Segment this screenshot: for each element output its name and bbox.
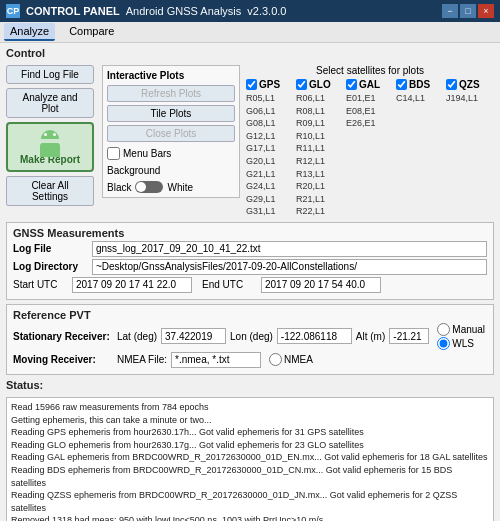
gal-column: GAL E01,E1 E08,E1 E26,E1 [346, 79, 394, 218]
list-item: R10,L1 [296, 130, 344, 143]
lon-input[interactable] [277, 328, 352, 344]
bds-label: BDS [409, 79, 430, 90]
list-item: G31,L1 [246, 205, 294, 218]
stationary-row: Stationary Receiver: Lat (deg) Lon (deg)… [13, 323, 487, 350]
find-log-file-button[interactable]: Find Log File [6, 65, 94, 84]
tile-plots-button[interactable]: Tile Plots [107, 105, 235, 122]
white-label: White [167, 182, 193, 193]
status-msg-5: Reading GAL ephemeris from BRDC00WRD_R_2… [11, 451, 489, 464]
log-file-row: Log File [13, 241, 487, 257]
menu-compare[interactable]: Compare [63, 23, 120, 41]
background-label: Background [107, 165, 235, 176]
plot-buttons: Refresh Plots Tile Plots Close Plots Men… [107, 85, 235, 193]
gps-header: GPS [246, 79, 294, 90]
panel-title: CONTROL PANEL [26, 5, 120, 17]
list-item: G29,L1 [246, 193, 294, 206]
nmea-file-input[interactable] [171, 352, 261, 368]
gnss-section-label: GNSS Measurements [13, 227, 487, 239]
qzs-checkbox[interactable] [446, 79, 457, 90]
title-bar-left: CP CONTROL PANEL Android GNSS Analysis v… [6, 4, 286, 18]
close-button[interactable]: × [478, 4, 494, 18]
list-item: G21,L1 [246, 168, 294, 181]
list-item: E01,E1 [346, 92, 394, 105]
status-msg-1: Read 15966 raw measurements from 784 epo… [11, 401, 489, 414]
wls-radio-label: WLS [452, 338, 474, 349]
menu-analyze[interactable]: Analyze [4, 23, 55, 41]
log-dir-input[interactable] [92, 259, 487, 275]
menu-bar: Analyze Compare [0, 22, 500, 43]
minimize-button[interactable]: − [442, 4, 458, 18]
list-item: G24,L1 [246, 180, 294, 193]
interactive-plots-panel: Interactive Plots Refresh Plots Tile Plo… [102, 65, 240, 198]
qzs-column: QZS J194,L1 [446, 79, 494, 218]
bds-checkbox[interactable] [396, 79, 407, 90]
list-item: E26,E1 [346, 117, 394, 130]
gal-checkbox[interactable] [346, 79, 357, 90]
nmea-radio-group: NMEA [269, 353, 313, 366]
list-item: J194,L1 [446, 92, 494, 105]
bds-list: C14,L1 [396, 92, 444, 105]
background-toggle-row: Black White [107, 181, 235, 193]
wls-radio[interactable] [437, 337, 450, 350]
stationary-label: Stationary Receiver: [13, 331, 113, 342]
glo-header: GLO [296, 79, 344, 90]
reference-pvt-panel: Reference PVT Stationary Receiver: Lat (… [6, 304, 494, 375]
pvt-section-label: Reference PVT [13, 309, 487, 321]
status-msg-8: Removed 1318 bad meas: 950 with lowUnc<5… [11, 514, 489, 521]
bds-column: BDS C14,L1 [396, 79, 444, 218]
maximize-button[interactable]: □ [460, 4, 476, 18]
manual-radio-row: Manual [437, 323, 485, 336]
nmea-radio-row: NMEA [269, 353, 313, 366]
app-version: v2.3.0.0 [247, 5, 286, 17]
list-item: R22,L1 [296, 205, 344, 218]
start-utc-input[interactable] [72, 277, 192, 293]
nmea-radio[interactable] [269, 353, 282, 366]
menu-bars-label: Menu Bars [123, 148, 171, 159]
start-utc-label: Start UTC [13, 279, 68, 290]
android-body [40, 143, 60, 157]
status-msg-6: Reading BDS ephemeris from BRDC00WRD_R_2… [11, 464, 489, 489]
list-item: R09,L1 [296, 117, 344, 130]
gps-checkbox[interactable] [246, 79, 257, 90]
refresh-plots-button[interactable]: Refresh Plots [107, 85, 235, 102]
status-msg-3: Reading GPS ephemeris from hour2630.17h.… [11, 426, 489, 439]
list-item: R12,L1 [296, 155, 344, 168]
pvt-radio-group: Manual WLS [437, 323, 485, 350]
satellite-selection-panel: Select satellites for plots GPS R05,L1 G… [246, 65, 494, 218]
toggle-knob [136, 182, 146, 192]
analyze-and-plot-button[interactable]: Analyze and Plot [6, 88, 94, 118]
close-plots-button[interactable]: Close Plots [107, 125, 235, 142]
status-messages-panel: Read 15966 raw measurements from 784 epo… [6, 397, 494, 521]
background-toggle[interactable] [135, 181, 163, 193]
list-item: R06,L1 [296, 92, 344, 105]
android-head [41, 130, 59, 139]
lat-label: Lat (deg) [117, 331, 157, 342]
log-file-label: Log File [13, 243, 88, 254]
android-icon [36, 130, 64, 152]
main-content: Control Find Log File Analyze and Plot M… [0, 43, 500, 521]
status-msg-7: Reading QZSS ephemeris from BRDC00WRD_R_… [11, 489, 489, 514]
alt-label: Alt (m) [356, 331, 385, 342]
menu-bars-checkbox[interactable] [107, 147, 120, 160]
bds-header: BDS [396, 79, 444, 90]
app-title: Android GNSS Analysis [126, 5, 242, 17]
lat-input[interactable] [161, 328, 226, 344]
alt-input[interactable] [389, 328, 429, 344]
android-eye-right [53, 133, 56, 136]
android-eye-left [44, 133, 47, 136]
menu-bars-row: Menu Bars [107, 147, 235, 160]
list-item: C14,L1 [396, 92, 444, 105]
log-file-input[interactable] [92, 241, 487, 257]
log-dir-label: Log Directory [13, 261, 88, 272]
app-icon-text: CP [7, 6, 20, 16]
end-utc-input[interactable] [261, 277, 381, 293]
wls-radio-row: WLS [437, 337, 485, 350]
make-report-button[interactable]: Make Report [6, 122, 94, 172]
end-utc-label: End UTC [202, 279, 257, 290]
clear-all-settings-button[interactable]: Clear All Settings [6, 176, 94, 206]
moving-row: Moving Receiver: NMEA File: NMEA [13, 352, 487, 368]
glo-checkbox[interactable] [296, 79, 307, 90]
gnss-measurements-panel: GNSS Measurements Log File Log Directory… [6, 222, 494, 300]
manual-radio[interactable] [437, 323, 450, 336]
list-item: R05,L1 [246, 92, 294, 105]
